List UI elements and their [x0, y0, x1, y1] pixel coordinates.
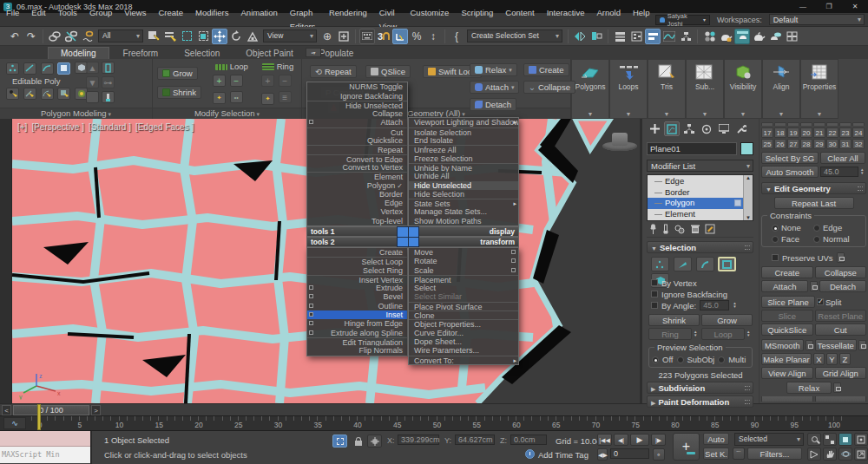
msmooth-button[interactable]: MSmooth — [761, 339, 804, 351]
show-end-result-icon[interactable] — [102, 91, 115, 103]
select-link-icon[interactable] — [47, 29, 62, 44]
quad-item[interactable]: Attach — [307, 118, 407, 127]
add-time-tag-label[interactable]: Add Time Tag — [538, 450, 589, 460]
quad-item[interactable]: Select Loop — [307, 257, 407, 265]
constraint-normal-radio[interactable] — [813, 236, 820, 243]
modifier-list-dropdown[interactable]: Modifier List — [647, 160, 753, 172]
by-angle-checkbox[interactable]: By Angle:45.0▲▼ — [648, 300, 739, 310]
smoothing-group-button[interactable]: 32 — [852, 139, 865, 149]
smoothing-group-button[interactable]: 20 — [800, 127, 812, 138]
smoothing-group-button[interactable]: 18 — [774, 127, 786, 138]
bind-spacewarp-icon[interactable] — [80, 29, 95, 44]
window-crossing-icon[interactable] — [195, 29, 211, 44]
user-account-button[interactable]: Satyak Joshi▾ — [655, 15, 709, 25]
quad-item[interactable]: Hide Selection — [409, 190, 518, 199]
use-pivot-center-button[interactable]: ⊕ — [319, 29, 335, 44]
vertex-mode-icon[interactable] — [6, 62, 19, 75]
maxscript-macro-line[interactable] — [0, 431, 90, 447]
quad-item[interactable]: Curve Editor... — [409, 329, 518, 337]
select-by-name-icon[interactable] — [162, 29, 178, 44]
material-editor-button[interactable] — [701, 29, 717, 44]
settings-box-icon[interactable] — [309, 285, 313, 290]
preview-border-icon[interactable] — [41, 88, 54, 100]
quad-item[interactable]: Quickslice — [307, 136, 407, 145]
quad-item[interactable]: Select — [409, 284, 518, 292]
ribbon-tab[interactable]: Object Paint — [233, 48, 305, 59]
render-setup-button[interactable] — [718, 29, 733, 44]
angle-snap-toggle[interactable] — [392, 29, 408, 44]
z-coord-field[interactable]: 0.0cm — [510, 435, 547, 445]
selection-rollout-header[interactable]: ▼Selection — [647, 241, 753, 253]
modifier-stack-item[interactable]: Border — [648, 187, 743, 199]
vertex-subobject-icon[interactable] — [651, 257, 669, 271]
next-frame-step-button[interactable]: |▶ — [651, 434, 666, 446]
loop-mode-button[interactable]: ✦ — [213, 92, 226, 104]
quad-item[interactable]: Element — [307, 172, 407, 180]
settings-box-icon[interactable] — [511, 258, 516, 263]
quad-item[interactable]: Edge — [307, 199, 407, 207]
curve-editor-button[interactable] — [661, 29, 677, 44]
ribbon-panel-loops[interactable]: Loops▼ — [609, 59, 648, 119]
collapse-button-panel[interactable]: Collapse — [815, 266, 867, 278]
msmooth-settings[interactable] — [806, 340, 813, 350]
grow-button[interactable]: Grow — [157, 67, 198, 80]
settings-box-icon[interactable] — [309, 294, 313, 298]
split-checkbox[interactable] — [817, 298, 824, 305]
quad-item[interactable]: Scale — [409, 266, 518, 275]
quad-item[interactable]: Placement — [409, 275, 518, 284]
maxscript-mini-listener[interactable]: MAXScript Min — [0, 431, 92, 464]
settings-box-icon[interactable] — [309, 321, 313, 325]
settings-box-icon[interactable] — [309, 120, 313, 124]
settings-box-icon[interactable] — [511, 268, 516, 272]
ribbon-panel-tris[interactable]: Tris▼ — [648, 59, 686, 119]
ribbon-panel-visibility[interactable]: Visibility▼ — [724, 59, 762, 119]
relax-button-panel[interactable]: Relax — [786, 382, 832, 394]
ring-shrink-button[interactable]: − — [279, 75, 292, 87]
orbit-icon[interactable] — [838, 448, 852, 461]
set-key-button[interactable]: Set K. — [703, 448, 729, 460]
current-frame-marker[interactable] — [37, 404, 41, 430]
quad-item[interactable]: Border — [307, 190, 407, 199]
quad-item[interactable]: Vertex — [307, 207, 407, 216]
y-coord-field[interactable]: 64.627cm — [455, 435, 495, 445]
time-slider-handle[interactable]: 0 / 100 — [13, 405, 89, 415]
display-tab-icon[interactable] — [716, 121, 732, 136]
prev-frame-button[interactable]: < — [2, 405, 11, 415]
mini-curve-editor-button[interactable]: ∿ — [3, 417, 26, 429]
previous-frame-button[interactable]: ◀| — [614, 434, 628, 446]
smoothing-group-button[interactable]: 17 — [761, 127, 773, 138]
smoothing-group-button[interactable]: 30 — [826, 139, 838, 149]
object-name-field[interactable]: Plane01 — [647, 142, 737, 155]
key-mode-toggle[interactable]: ⚬ — [653, 448, 665, 461]
quad-item[interactable]: Clone — [409, 310, 518, 319]
polygon-mode-icon[interactable] — [57, 62, 70, 75]
quad-item[interactable]: Extrude along Spline — [307, 329, 407, 337]
smoothing-group-button[interactable]: 24 — [852, 127, 865, 138]
align-button[interactable] — [589, 29, 604, 44]
select-and-manipulate-button[interactable] — [336, 29, 352, 44]
smoothing-group-button[interactable]: 19 — [787, 127, 799, 138]
relax-button[interactable]: Relax▾ — [470, 63, 517, 76]
clear-all-button[interactable]: Clear All — [820, 152, 865, 164]
quad-item[interactable]: Cut — [307, 127, 407, 136]
subobject-active-icon[interactable] — [734, 199, 741, 206]
quad-item[interactable]: Rotate — [409, 257, 518, 265]
create-selection-set-field[interactable]: Create Selection Set — [467, 29, 562, 42]
attach-settings[interactable] — [810, 281, 818, 291]
preview-multi-radio[interactable] — [718, 356, 725, 363]
quad-item[interactable]: Show Motion Paths — [409, 217, 518, 225]
viewport-label[interactable]: [+][Perspective ][Standard ][Edged Faces… — [17, 122, 198, 132]
select-object-icon[interactable] — [146, 29, 161, 44]
constraint-face-radio[interactable] — [772, 236, 779, 243]
preserve-uvs-checkbox[interactable]: Preserve UVs — [761, 252, 866, 263]
smoothing-group-button[interactable]: 25 — [761, 139, 773, 149]
detach-button-panel[interactable]: Detach — [819, 280, 866, 292]
minimize-button[interactable]: — — [790, 0, 816, 13]
current-frame-field[interactable]: 0 — [610, 448, 649, 459]
quad-item[interactable]: Dope Sheet... — [409, 337, 518, 346]
quad-item[interactable]: Wire Parameters... — [409, 346, 518, 355]
go-to-start-button[interactable]: |◀◀ — [597, 434, 612, 446]
ring-alt-button[interactable]: ≡ — [279, 91, 292, 103]
ribbon-tab[interactable]: Freeform — [111, 48, 171, 59]
polygon-subobject-icon[interactable] — [718, 257, 736, 271]
